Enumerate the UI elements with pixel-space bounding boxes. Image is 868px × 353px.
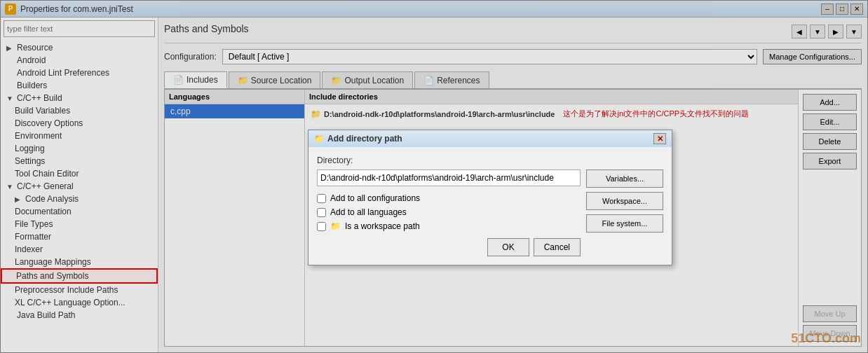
checkbox-all-languages-label: Add to all languages bbox=[330, 207, 407, 217]
cancel-button[interactable]: Cancel bbox=[534, 238, 581, 256]
directory-label: Directory: bbox=[317, 155, 663, 165]
checkbox-workspace-path[interactable] bbox=[317, 222, 326, 231]
checkbox-all-configs-row[interactable]: Add to all configurations bbox=[317, 193, 581, 203]
ok-button[interactable]: OK bbox=[487, 238, 529, 256]
dialog-overlay: 📁 Add directory path ✕ Directory: Add to… bbox=[0, 0, 868, 353]
dialog-title-bar: 📁 Add directory path ✕ bbox=[308, 130, 672, 147]
add-directory-dialog: 📁 Add directory path ✕ Directory: Add to… bbox=[308, 130, 672, 265]
dialog-checkboxes: Add to all configurations Add to all lan… bbox=[317, 193, 581, 231]
dialog-title: 📁 Add directory path bbox=[314, 134, 402, 144]
dialog-bottom-buttons: OK Cancel bbox=[317, 238, 581, 256]
dialog-left: Add to all configurations Add to all lan… bbox=[317, 169, 581, 256]
dialog-right-buttons: Variables... Workspace... File system... bbox=[586, 169, 663, 256]
dialog-main-area: Add to all configurations Add to all lan… bbox=[317, 169, 663, 256]
checkbox-all-configs-label: Add to all configurations bbox=[330, 193, 420, 203]
checkbox-all-languages[interactable] bbox=[317, 208, 326, 217]
dialog-close-button[interactable]: ✕ bbox=[653, 133, 666, 144]
variables-button[interactable]: Variables... bbox=[586, 169, 663, 188]
checkbox-workspace-path-label: Is a workspace path bbox=[345, 221, 420, 231]
dialog-side-buttons: Variables... Workspace... File system... bbox=[586, 169, 663, 233]
checkbox-all-languages-row[interactable]: Add to all languages bbox=[317, 207, 581, 217]
workspace-button[interactable]: Workspace... bbox=[586, 192, 663, 210]
checkbox-all-configs[interactable] bbox=[317, 194, 326, 203]
dialog-title-icon: 📁 bbox=[314, 134, 325, 144]
folder-icon-small: 📁 bbox=[330, 221, 341, 231]
directory-input[interactable] bbox=[317, 169, 581, 186]
dialog-body: Directory: Add to all configurations Add… bbox=[308, 147, 672, 265]
filesystem-button[interactable]: File system... bbox=[586, 214, 663, 233]
checkbox-workspace-path-row[interactable]: 📁 Is a workspace path bbox=[317, 221, 581, 231]
